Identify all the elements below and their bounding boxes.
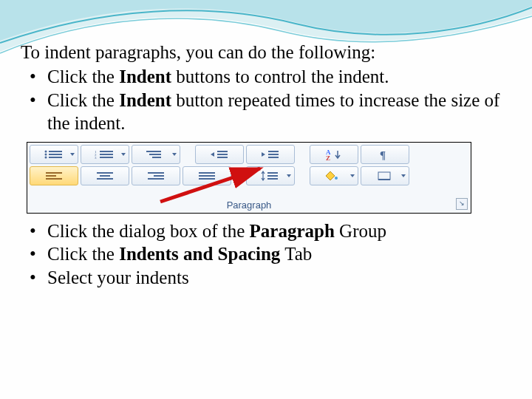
svg-text:¶: ¶ — [380, 149, 386, 160]
svg-rect-31 — [154, 175, 164, 177]
svg-rect-17 — [217, 157, 228, 158]
dialog-launcher-icon[interactable]: ↘ — [456, 198, 468, 210]
align-center-button[interactable] — [81, 166, 129, 185]
svg-rect-15 — [217, 151, 228, 152]
svg-rect-27 — [97, 172, 113, 174]
svg-rect-40 — [378, 172, 390, 180]
svg-rect-32 — [148, 178, 164, 180]
svg-rect-16 — [217, 154, 228, 155]
bullet-list-2: Click the dialog box of the Paragraph Gr… — [21, 219, 511, 289]
svg-rect-12 — [146, 151, 161, 152]
justify-button[interactable] — [183, 166, 231, 185]
list-item: Select your indents — [21, 266, 511, 289]
svg-rect-24 — [46, 172, 62, 174]
svg-text:Z: Z — [326, 154, 330, 160]
svg-text:3: 3 — [95, 156, 97, 160]
sort-button[interactable]: AZ — [310, 145, 358, 164]
svg-rect-38 — [267, 178, 278, 180]
svg-rect-1 — [49, 151, 62, 152]
svg-rect-35 — [199, 178, 215, 180]
svg-rect-19 — [268, 154, 279, 155]
line-spacing-button[interactable] — [246, 166, 295, 185]
svg-rect-14 — [152, 157, 161, 158]
paragraph-ribbon-group: 123 AZ ¶ — [27, 142, 471, 214]
svg-rect-37 — [267, 175, 278, 177]
svg-rect-25 — [46, 175, 56, 177]
svg-rect-13 — [149, 154, 161, 155]
svg-rect-9 — [100, 154, 113, 155]
increase-indent-button[interactable] — [246, 145, 295, 164]
svg-rect-28 — [100, 175, 110, 177]
svg-rect-34 — [199, 175, 215, 177]
align-left-button[interactable] — [30, 166, 78, 185]
shading-button[interactable] — [310, 166, 358, 185]
svg-point-39 — [335, 177, 338, 180]
show-hide-button[interactable]: ¶ — [361, 145, 409, 164]
svg-rect-29 — [97, 178, 113, 180]
svg-point-2 — [45, 154, 47, 156]
slide-content: To indent paragraphs, you can do the fol… — [0, 0, 532, 289]
svg-point-0 — [45, 151, 47, 153]
bullet-list-1: Click the Indent buttons to control the … — [21, 65, 511, 134]
list-item: Click the Indent buttons to control the … — [21, 65, 511, 88]
multilevel-list-button[interactable] — [132, 145, 180, 164]
ribbon-caption: Paragraph — [27, 200, 471, 211]
svg-rect-3 — [49, 154, 62, 155]
svg-rect-30 — [148, 172, 164, 174]
svg-rect-36 — [267, 172, 278, 174]
svg-point-4 — [45, 157, 47, 159]
svg-rect-33 — [199, 172, 215, 174]
borders-button[interactable] — [361, 166, 409, 185]
bullets-button[interactable] — [30, 145, 78, 164]
svg-rect-7 — [100, 151, 113, 152]
intro-text: To indent paragraphs, you can do the fol… — [21, 41, 511, 64]
svg-rect-18 — [268, 151, 279, 152]
list-item: Click the Indents and Spacing Tab — [21, 242, 511, 265]
decrease-indent-button[interactable] — [195, 145, 244, 164]
svg-rect-26 — [46, 178, 62, 180]
numbering-button[interactable]: 123 — [81, 145, 129, 164]
list-item: Click the Indent button repeated times t… — [21, 89, 511, 135]
svg-rect-11 — [100, 157, 113, 158]
list-item: Click the dialog box of the Paragraph Gr… — [21, 219, 511, 242]
svg-rect-5 — [49, 157, 62, 158]
align-right-button[interactable] — [132, 166, 180, 185]
svg-rect-20 — [268, 157, 279, 158]
